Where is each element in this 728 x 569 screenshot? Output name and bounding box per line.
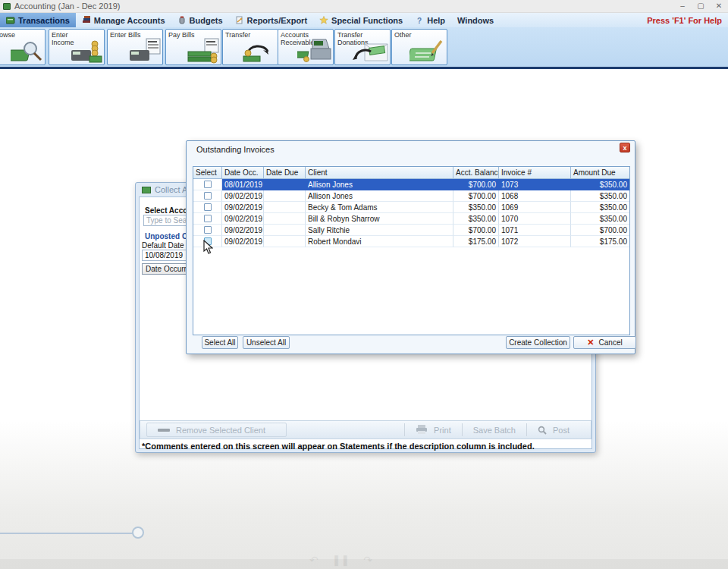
help-icon: ? — [415, 16, 424, 24]
comments-note: *Comments entered on this screen will ap… — [142, 442, 535, 451]
unposted-collections-label: Unposted Co — [145, 232, 192, 240]
create-collection-button[interactable]: Create Collection — [506, 336, 570, 349]
collect-dialog-footer: Remove Selected Client Print Save Batch … — [140, 420, 592, 439]
toolbar-pay-bills-button[interactable]: Pay Bills — [165, 29, 221, 65]
table-row[interactable]: 09/02/2019 Bill & Robyn Sharrow $350.00 … — [193, 213, 629, 225]
toolbar-transfer-donations-button[interactable]: Transfer Donations — [334, 29, 391, 65]
pay-bills-icon — [187, 38, 220, 64]
default-date-input[interactable]: 10/08/2019 — [142, 250, 190, 261]
invoices-dialog-buttons: Select All Unselect All Create Collectio… — [193, 336, 630, 350]
select-all-button[interactable]: Select All — [202, 336, 238, 349]
transactions-icon — [6, 16, 15, 24]
table-row[interactable]: 09/02/2019 Allison Jones $700.00 1068 $3… — [193, 190, 629, 202]
column-header-date-occ[interactable]: Date Occ. — [222, 167, 264, 179]
column-header-date-due[interactable]: Date Due — [264, 167, 306, 179]
table-row[interactable]: 09/02/2019 Becky & Tom Adams $350.00 106… — [193, 202, 629, 213]
outstanding-invoices-dialog: Outstanding Invoices x Select Date Occ. … — [186, 140, 635, 354]
app-title: Accounting (Jan - Dec 2019) — [14, 2, 120, 11]
menu-windows[interactable]: Windows — [451, 13, 500, 27]
manage-accounts-icon — [82, 16, 91, 24]
menu-special-functions[interactable]: Special Functions — [313, 13, 409, 27]
maximize-button[interactable]: ▢ — [692, 1, 710, 12]
main-toolbar: Browse Enter Income Enter Bills Pay Bill… — [0, 27, 728, 67]
table-row[interactable]: 09/02/2019 Robert Mondavi $175.00 1072 $… — [193, 236, 629, 247]
column-header-invoice[interactable]: Invoice # — [499, 167, 571, 179]
post-button[interactable]: Post — [527, 423, 580, 437]
toolbar-other-button[interactable]: Other — [391, 29, 447, 65]
row-checkbox[interactable] — [204, 192, 212, 200]
invoices-table-header: Select Date Occ. Date Due Client Acct. B… — [193, 167, 629, 179]
menu-reports-export[interactable]: Reports/Export — [229, 13, 313, 27]
cancel-button[interactable]: ✕Cancel — [573, 336, 636, 349]
toolbar-enter-income-button[interactable]: Enter Income — [49, 29, 105, 65]
row-checkbox[interactable] — [204, 215, 212, 222]
menu-help[interactable]: ? Help — [409, 13, 451, 27]
menu-manage-accounts[interactable]: Manage Accounts — [76, 13, 171, 27]
print-button[interactable]: Print — [405, 423, 462, 437]
menu-transactions[interactable]: Transactions — [0, 13, 76, 27]
toolbar-transfer-button[interactable]: Transfer — [222, 29, 278, 65]
collect-dialog-icon — [142, 187, 151, 193]
transfer-donations-icon — [353, 38, 389, 64]
invoice-rows: 08/01/2019 Allison Jones $700.00 1073 $3… — [193, 179, 629, 247]
menu-bar: Transactions Manage Accounts Budgets Rep… — [0, 13, 728, 27]
row-checkbox[interactable] — [204, 203, 212, 211]
remove-selected-client-button[interactable]: Remove Selected Client — [146, 423, 287, 437]
f1-help-hint: Press 'F1' For Help — [647, 13, 728, 27]
video-progress-track[interactable] — [0, 533, 133, 534]
invoices-close-button[interactable]: x — [620, 143, 630, 152]
post-icon — [538, 426, 547, 435]
print-icon — [416, 425, 428, 435]
invoices-table: Select Date Occ. Date Due Client Acct. B… — [193, 166, 630, 335]
accounts-receivable-icon — [297, 38, 332, 64]
video-progress-handle[interactable] — [132, 527, 144, 539]
svg-text:?: ? — [417, 17, 422, 25]
other-icon — [410, 39, 446, 64]
table-row[interactable]: 09/02/2019 Sally Ritchie $700.00 1071 $7… — [193, 225, 629, 236]
special-functions-icon — [319, 16, 328, 24]
save-batch-button[interactable]: Save Batch — [463, 423, 526, 437]
browse-icon — [11, 39, 44, 64]
column-header-amount-due[interactable]: Amount Due — [571, 167, 629, 179]
cancel-x-icon: ✕ — [587, 338, 594, 347]
row-checkbox[interactable] — [204, 181, 212, 188]
table-row[interactable]: 08/01/2019 Allison Jones $700.00 1073 $3… — [193, 179, 629, 190]
enter-bills-icon — [128, 38, 162, 64]
budgets-icon — [177, 16, 187, 24]
toolbar-divider — [0, 67, 728, 69]
row-checkbox[interactable] — [204, 226, 212, 234]
mouse-cursor — [203, 240, 213, 254]
app-titlebar: Accounting (Jan - Dec 2019) – ▢ ✕ — [0, 0, 728, 13]
toolbar-accounts-receivable-button[interactable]: Accounts Receivable — [278, 29, 334, 65]
column-header-acct-balance[interactable]: Acct. Balance — [453, 167, 499, 179]
menu-budgets[interactable]: Budgets — [171, 13, 229, 27]
close-button[interactable]: ✕ — [710, 1, 728, 12]
bottom-bar — [0, 559, 728, 569]
column-header-client[interactable]: Client — [306, 167, 453, 179]
minus-icon — [158, 429, 170, 432]
toolbar-browse-button[interactable]: Browse — [0, 29, 46, 65]
minimize-button[interactable]: – — [673, 1, 692, 12]
toolbar-enter-bills-button[interactable]: Enter Bills — [107, 29, 163, 65]
reports-export-icon — [235, 16, 244, 24]
transfer-icon — [242, 38, 277, 64]
column-header-select[interactable]: Select — [193, 167, 222, 179]
enter-income-icon — [70, 38, 103, 64]
invoices-dialog-title: Outstanding Invoices — [196, 145, 275, 154]
app-icon — [3, 3, 11, 10]
unselect-all-button[interactable]: Unselect All — [243, 336, 290, 349]
invoices-dialog-titlebar[interactable]: Outstanding Invoices x — [187, 141, 635, 158]
